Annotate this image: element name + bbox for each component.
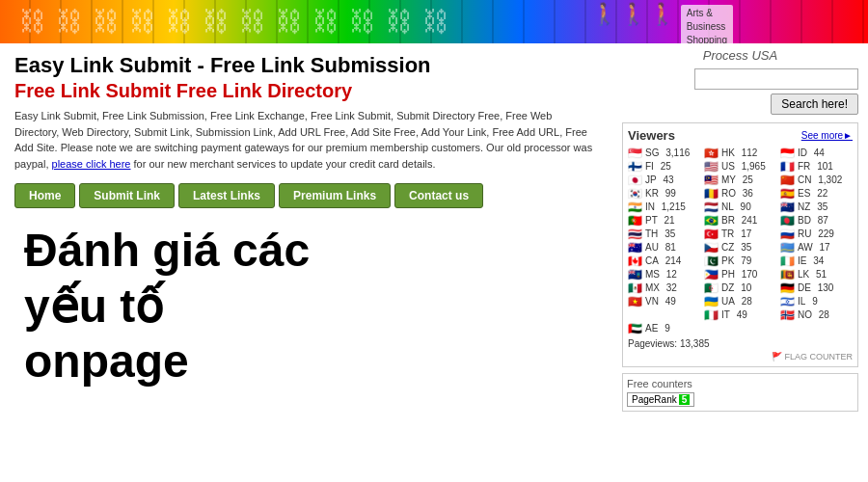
- pageviews-row: Pageviews: 13,385: [628, 338, 853, 349]
- banner-link-business: Business: [687, 20, 727, 34]
- viewer-row: 🇮🇳IN 1,215: [628, 201, 700, 213]
- viewer-count: 25: [661, 160, 671, 173]
- flag-icon: 🇵🇹: [628, 216, 643, 226]
- viewer-row: 🇳🇿NZ 35: [780, 201, 853, 213]
- country-code: CZ: [721, 241, 734, 254]
- country-code: KR: [645, 187, 659, 200]
- viewer-row: 🇮🇩ID 44: [780, 147, 853, 159]
- viewer-row: 🇦🇼AW 17: [780, 241, 853, 254]
- country-code: IT: [721, 308, 730, 321]
- country-code: CN: [798, 174, 811, 186]
- chain-left-icon: ⛓⛓⛓⛓⛓⛓⛓⛓⛓⛓⛓⛓: [19, 6, 459, 38]
- country-code: ID: [798, 147, 807, 159]
- country-code: RO: [721, 187, 736, 200]
- viewer-row: 🇷🇺RU 229: [780, 228, 853, 240]
- country-code: SG: [645, 147, 659, 159]
- viewer-count: 49: [737, 308, 747, 321]
- viewer-row: 🇳🇱NL 90: [704, 201, 776, 213]
- viewer-count: 35: [817, 201, 827, 213]
- flag-icon: 🇺🇦: [704, 297, 719, 307]
- viewer-count: 17: [820, 241, 830, 254]
- country-code: LK: [798, 268, 809, 281]
- viewer-count: 28: [742, 295, 752, 308]
- flag-icon: 🇸🇬: [628, 148, 643, 158]
- country-code: AW: [798, 241, 813, 254]
- viewer-row: 🇩🇿DZ 10: [704, 281, 776, 294]
- viewer-count: 9: [812, 295, 818, 308]
- country-code: VN: [645, 295, 659, 308]
- flag-icon: 🇳🇿: [780, 202, 796, 212]
- flag-icon: 🇺🇸: [704, 162, 719, 172]
- viewer-row: 🇦🇺AU 81: [628, 241, 700, 254]
- pageviews-count: 13,385: [680, 338, 710, 349]
- viewer-count: 17: [741, 228, 751, 240]
- viewer-row: 🇧🇩BD 87: [780, 214, 853, 227]
- viewer-row: 🇨🇦CA 214: [628, 254, 700, 267]
- nav-home-button[interactable]: Home: [14, 183, 75, 208]
- site-subtitle: Free Link Submit Free Link Directory: [14, 80, 598, 102]
- flagcounter-badge: 🚩 FLAG COUNTER: [628, 352, 853, 362]
- viewer-count: 44: [814, 147, 825, 159]
- viewer-count: 32: [666, 281, 677, 294]
- flag-icon: 🇮🇱: [780, 297, 796, 307]
- flag-icon: 🇰🇷: [628, 189, 643, 199]
- viewer-row: 🇮🇹IT 49: [704, 308, 776, 321]
- viewer-row: 🇰🇷KR 99: [628, 187, 700, 200]
- viewer-count: 101: [817, 160, 833, 173]
- viewer-count: 90: [741, 201, 751, 213]
- viewers-grid: 🇸🇬SG 3,116🇭🇰HK 112🇮🇩ID 44🇫🇮FI 25🇺🇸US 1,9…: [628, 147, 853, 335]
- viewer-row: 🇨🇳CN 1,302: [780, 174, 853, 186]
- nav-submit-link-button[interactable]: Submit Link: [79, 183, 175, 208]
- flag-icon: 🇪🇸: [780, 189, 796, 199]
- viewer-count: 3,116: [665, 147, 690, 159]
- viewer-row: 🇻🇳VN 49: [628, 295, 700, 308]
- search-button[interactable]: Search here!: [771, 94, 858, 115]
- flag-icon: 🇳🇱: [704, 202, 719, 212]
- viewer-row: 🇧🇷BR 241: [704, 214, 776, 227]
- viewer-row: 🇵🇰PK 79: [704, 254, 776, 267]
- viewer-row: 🇦🇪AE 9: [628, 322, 700, 335]
- country-code: IE: [798, 254, 806, 267]
- viewer-row: 🇫🇷FR 101: [780, 160, 853, 173]
- viewer-count: 10: [741, 281, 751, 294]
- viewer-count: 1,215: [662, 201, 686, 213]
- process-usa-label: Process USA: [622, 48, 858, 63]
- country-code: MS: [645, 268, 660, 281]
- viewer-count: 1,302: [818, 174, 842, 186]
- nav-contact-button[interactable]: Contact us: [394, 183, 483, 208]
- see-more-link[interactable]: See more►: [801, 130, 853, 141]
- click-here-link[interactable]: please click here: [52, 158, 131, 170]
- country-code: UA: [721, 295, 735, 308]
- nav-bar: Home Submit Link Latest Links Premium Li…: [14, 183, 598, 208]
- country-code: MX: [645, 281, 660, 294]
- nav-premium-links-button[interactable]: Premium Links: [279, 183, 391, 208]
- country-code: RU: [798, 228, 811, 240]
- viewer-row: 🇵🇹PT 21: [628, 214, 700, 227]
- viewer-row: 🇨🇿CZ 35: [704, 241, 776, 254]
- nav-latest-links-button[interactable]: Latest Links: [178, 183, 275, 208]
- viewer-row: 🇲🇽MX 32: [628, 281, 700, 294]
- viewer-count: 79: [741, 254, 751, 267]
- site-title: Easy Link Submit - Free Link Submission: [14, 53, 598, 78]
- viewer-count: 87: [818, 214, 828, 227]
- country-code: PH: [721, 268, 735, 281]
- flag-icon: 🇲🇸: [628, 270, 643, 280]
- viewer-count: 9: [665, 322, 670, 335]
- country-code: JP: [645, 174, 657, 186]
- figure-icon2: 🚶: [620, 2, 646, 27]
- search-input[interactable]: [694, 68, 858, 90]
- top-banner: ⛓⛓⛓⛓⛓⛓⛓⛓⛓⛓⛓⛓ 🚶 🚶 🚶 Arts & Business Shopp…: [0, 0, 868, 43]
- flag-icon: 🇮🇹: [704, 310, 719, 320]
- viewer-row: 🇺🇸US 1,965: [704, 160, 776, 173]
- country-code: MY: [721, 174, 736, 186]
- flag-icon: 🇹🇭: [628, 229, 643, 239]
- viewer-count: 214: [665, 254, 682, 267]
- viewer-count: 241: [742, 214, 758, 227]
- country-code: IN: [645, 201, 655, 213]
- country-code: FR: [798, 160, 810, 173]
- viewer-count: 35: [665, 228, 675, 240]
- flag-icon: 🇦🇺: [628, 243, 643, 253]
- country-code: TH: [645, 228, 658, 240]
- flag-icon: 🇦🇼: [780, 243, 796, 253]
- viewer-row: 🇳🇴NO 28: [780, 308, 853, 321]
